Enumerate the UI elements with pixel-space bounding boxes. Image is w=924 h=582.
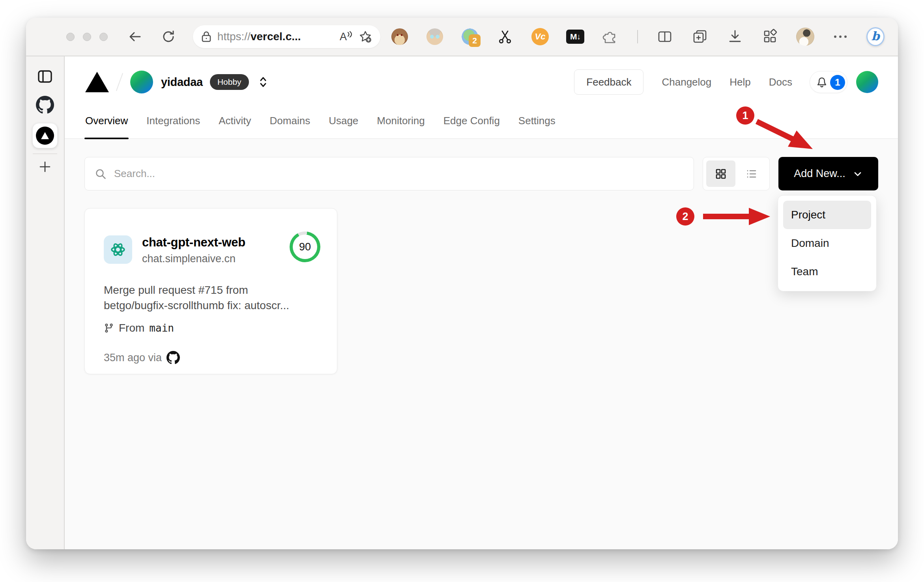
notification-count-badge: 1 bbox=[830, 75, 845, 90]
vertical-tab-bar bbox=[26, 56, 65, 549]
search-box bbox=[84, 157, 694, 190]
git-branch-icon bbox=[104, 323, 114, 333]
url-scheme: https:// bbox=[217, 30, 251, 43]
team-avatar[interactable] bbox=[130, 71, 153, 93]
dashboard-tabs: Overview Integrations Activity Domains U… bbox=[65, 99, 898, 139]
plan-badge: Hobby bbox=[210, 74, 249, 90]
url-text: https://vercel.c... bbox=[217, 30, 334, 43]
chevron-updown-icon bbox=[258, 76, 269, 88]
user-avatar[interactable] bbox=[856, 71, 878, 93]
branch-name: main bbox=[149, 322, 174, 334]
dropdown-item-project[interactable]: Project bbox=[783, 201, 871, 229]
docs-link[interactable]: Docs bbox=[769, 76, 792, 88]
tab-separator bbox=[33, 153, 57, 154]
openai-logo-icon bbox=[104, 235, 132, 264]
dropdown-item-team[interactable]: Team bbox=[783, 257, 871, 286]
vercel-tab-active[interactable] bbox=[32, 123, 58, 148]
grid-view-icon bbox=[714, 167, 728, 181]
address-bar[interactable]: https://vercel.c... A bbox=[193, 25, 380, 48]
bing-chat-icon[interactable]: b bbox=[866, 28, 885, 46]
github-tab[interactable] bbox=[36, 96, 54, 114]
extension-row: 2 Vc M↓ bbox=[391, 28, 885, 46]
project-card[interactable]: chat-gpt-next-web chat.simplenaive.cn 90… bbox=[84, 208, 337, 374]
github-icon bbox=[166, 351, 180, 364]
list-view-icon bbox=[745, 167, 758, 181]
profile-avatar[interactable] bbox=[796, 28, 814, 46]
chevron-down-icon bbox=[853, 169, 863, 179]
search-icon bbox=[94, 168, 107, 180]
tab-settings[interactable]: Settings bbox=[518, 115, 556, 139]
changelog-link[interactable]: Changelog bbox=[662, 76, 711, 88]
tab-usage[interactable]: Usage bbox=[329, 115, 358, 139]
page-body: Add New... Project Domain Team bbox=[65, 139, 898, 549]
grid-view-button[interactable] bbox=[706, 160, 735, 187]
favorite-star-icon[interactable] bbox=[358, 30, 372, 44]
analytics-score: 90 bbox=[293, 235, 317, 259]
vercel-tab-icon bbox=[36, 127, 54, 145]
extensions-puzzle-icon[interactable] bbox=[601, 28, 619, 46]
search-input[interactable] bbox=[114, 168, 684, 180]
browser-window: https://vercel.c... A 2 Vc M↓ bbox=[26, 18, 898, 549]
url-domain: vercel.c... bbox=[251, 30, 301, 43]
add-new-dropdown: Project Domain Team bbox=[778, 195, 877, 291]
tab-overview[interactable]: Overview bbox=[85, 115, 128, 139]
view-switcher bbox=[703, 157, 770, 190]
scissors-extension-icon[interactable] bbox=[496, 28, 514, 46]
back-arrow-icon bbox=[127, 29, 143, 45]
collections-icon[interactable] bbox=[691, 28, 709, 46]
project-name: chat-gpt-next-web bbox=[142, 235, 245, 250]
bell-icon bbox=[815, 75, 829, 89]
project-domain: chat.simplenaive.cn bbox=[142, 253, 245, 265]
deploy-meta-row: 35m ago via bbox=[104, 351, 320, 364]
refresh-icon bbox=[161, 29, 176, 44]
tab-integrations[interactable]: Integrations bbox=[146, 115, 200, 139]
add-new-button[interactable]: Add New... bbox=[778, 157, 878, 190]
minimize-button[interactable] bbox=[83, 33, 91, 41]
lock-icon bbox=[201, 31, 212, 43]
vercel-page: yidadaa Hobby Feedback Changelog Help Do… bbox=[65, 56, 898, 549]
tab-panel-icon[interactable] bbox=[37, 69, 53, 84]
github-icon bbox=[36, 96, 54, 114]
dropdown-item-domain[interactable]: Domain bbox=[783, 229, 871, 257]
tab-manager-badge: 2 bbox=[469, 34, 481, 47]
commit-message: Merge pull request #715 from betgo/bugfi… bbox=[104, 282, 320, 313]
downloads-icon[interactable] bbox=[726, 28, 744, 46]
deploy-time: 35m ago via bbox=[104, 352, 162, 364]
vercel-logo[interactable] bbox=[84, 71, 110, 93]
traffic-lights bbox=[66, 33, 108, 41]
monkey-extension-icon[interactable] bbox=[391, 28, 409, 46]
site-header: yidadaa Hobby Feedback Changelog Help Do… bbox=[65, 56, 898, 139]
team-name: yidadaa bbox=[161, 76, 203, 89]
zoom-button[interactable] bbox=[99, 33, 108, 41]
breadcrumb-slash bbox=[116, 73, 123, 91]
more-menu-icon[interactable] bbox=[831, 28, 849, 46]
analytics-score-ring[interactable]: 90 bbox=[290, 231, 320, 262]
markdown-download-extension-icon[interactable]: M↓ bbox=[566, 28, 584, 46]
tab-manager-extension-icon[interactable]: 2 bbox=[461, 28, 479, 46]
vc-extension-icon[interactable]: Vc bbox=[531, 28, 549, 46]
apps-launcher-icon[interactable] bbox=[761, 28, 779, 46]
help-link[interactable]: Help bbox=[729, 76, 750, 88]
back-button[interactable] bbox=[127, 28, 144, 45]
browser-toolbar: https://vercel.c... A 2 Vc M↓ bbox=[26, 18, 898, 56]
immersive-reader-icon[interactable]: A bbox=[340, 31, 353, 43]
feedback-button[interactable]: Feedback bbox=[574, 69, 643, 95]
branch-prefix: From bbox=[119, 322, 144, 334]
team-switcher-button[interactable] bbox=[255, 74, 271, 90]
tab-monitoring[interactable]: Monitoring bbox=[377, 115, 425, 139]
split-screen-icon[interactable] bbox=[656, 28, 674, 46]
refresh-button[interactable] bbox=[160, 28, 177, 45]
tab-edge-config[interactable]: Edge Config bbox=[443, 115, 500, 139]
close-button[interactable] bbox=[66, 33, 75, 41]
notifications-button[interactable]: 1 bbox=[810, 71, 847, 93]
tab-domains[interactable]: Domains bbox=[270, 115, 310, 139]
tab-activity[interactable]: Activity bbox=[219, 115, 251, 139]
toolbar-divider bbox=[637, 30, 638, 43]
branch-row: From main bbox=[104, 322, 320, 334]
grandma-extension-icon[interactable] bbox=[426, 28, 444, 46]
new-tab-button[interactable] bbox=[38, 160, 52, 174]
list-view-button[interactable] bbox=[737, 160, 766, 187]
